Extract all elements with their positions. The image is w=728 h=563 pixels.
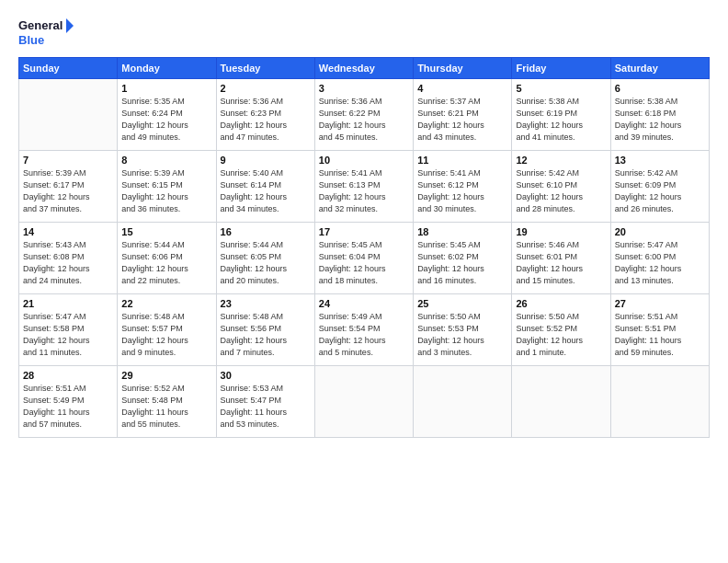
day-info: Sunrise: 5:53 AMSunset: 5:47 PMDaylight:… (221, 383, 311, 431)
day-info: Sunrise: 5:50 AMSunset: 5:52 PMDaylight:… (516, 311, 606, 359)
svg-text:Blue: Blue (18, 33, 44, 47)
day-info: Sunrise: 5:38 AMSunset: 6:19 PMDaylight:… (516, 96, 606, 144)
calendar-cell (314, 366, 413, 438)
day-info: Sunrise: 5:43 AMSunset: 6:08 PMDaylight:… (23, 239, 113, 287)
day-number: 12 (516, 155, 606, 166)
day-info: Sunrise: 5:37 AMSunset: 6:21 PMDaylight:… (417, 96, 507, 144)
calendar-cell: 15Sunrise: 5:44 AMSunset: 6:06 PMDayligh… (118, 223, 216, 294)
calendar-cell (610, 366, 709, 438)
day-number: 13 (615, 155, 705, 166)
day-number: 18 (417, 226, 507, 237)
calendar-week-row: 14Sunrise: 5:43 AMSunset: 6:08 PMDayligh… (19, 223, 710, 294)
weekday-header: Monday (118, 58, 216, 79)
calendar-table: SundayMondayTuesdayWednesdayThursdayFrid… (18, 57, 710, 438)
day-info: Sunrise: 5:51 AMSunset: 5:51 PMDaylight:… (615, 311, 705, 359)
calendar-cell: 1Sunrise: 5:35 AMSunset: 6:24 PMDaylight… (118, 79, 216, 151)
weekday-header: Friday (512, 58, 610, 79)
day-info: Sunrise: 5:49 AMSunset: 5:54 PMDaylight:… (319, 311, 409, 359)
day-info: Sunrise: 5:46 AMSunset: 6:01 PMDaylight:… (516, 239, 606, 287)
calendar-cell: 11Sunrise: 5:41 AMSunset: 6:12 PMDayligh… (414, 151, 512, 223)
day-number: 4 (417, 83, 507, 94)
day-info: Sunrise: 5:35 AMSunset: 6:24 PMDaylight:… (121, 96, 211, 144)
day-number: 24 (319, 298, 409, 309)
day-info: Sunrise: 5:48 AMSunset: 5:57 PMDaylight:… (121, 311, 211, 359)
day-number: 5 (516, 83, 606, 94)
day-number: 15 (121, 226, 211, 237)
calendar-cell: 4Sunrise: 5:37 AMSunset: 6:21 PMDaylight… (414, 79, 512, 151)
calendar-week-row: 28Sunrise: 5:51 AMSunset: 5:49 PMDayligh… (19, 366, 710, 438)
logo: General Blue (18, 17, 74, 50)
calendar-cell: 24Sunrise: 5:49 AMSunset: 5:54 PMDayligh… (314, 294, 413, 366)
day-number: 6 (615, 83, 705, 94)
page: General Blue SundayMondayTuesdayWednesda… (0, 0, 728, 563)
day-info: Sunrise: 5:44 AMSunset: 6:05 PMDaylight:… (221, 239, 311, 287)
day-info: Sunrise: 5:39 AMSunset: 6:17 PMDaylight:… (23, 167, 113, 215)
calendar-week-row: 7Sunrise: 5:39 AMSunset: 6:17 PMDaylight… (19, 151, 710, 223)
calendar-cell: 20Sunrise: 5:47 AMSunset: 6:00 PMDayligh… (610, 223, 709, 294)
svg-text:General: General (18, 18, 63, 32)
day-info: Sunrise: 5:41 AMSunset: 6:13 PMDaylight:… (319, 167, 409, 215)
calendar-cell: 21Sunrise: 5:47 AMSunset: 5:58 PMDayligh… (19, 294, 118, 366)
weekday-header: Saturday (610, 58, 709, 79)
day-number: 1 (121, 83, 211, 94)
calendar-cell: 5Sunrise: 5:38 AMSunset: 6:19 PMDaylight… (512, 79, 610, 151)
day-info: Sunrise: 5:42 AMSunset: 6:10 PMDaylight:… (516, 167, 606, 215)
calendar-week-row: 21Sunrise: 5:47 AMSunset: 5:58 PMDayligh… (19, 294, 710, 366)
day-info: Sunrise: 5:52 AMSunset: 5:48 PMDaylight:… (121, 383, 211, 431)
day-number: 16 (221, 226, 311, 237)
day-number: 19 (516, 226, 606, 237)
calendar-body: 1Sunrise: 5:35 AMSunset: 6:24 PMDaylight… (19, 79, 710, 438)
day-number: 9 (221, 155, 311, 166)
calendar-cell: 25Sunrise: 5:50 AMSunset: 5:53 PMDayligh… (414, 294, 512, 366)
day-number: 10 (319, 155, 409, 166)
weekday-header: Tuesday (216, 58, 314, 79)
calendar-cell: 22Sunrise: 5:48 AMSunset: 5:57 PMDayligh… (118, 294, 216, 366)
day-info: Sunrise: 5:50 AMSunset: 5:53 PMDaylight:… (417, 311, 507, 359)
calendar-cell: 26Sunrise: 5:50 AMSunset: 5:52 PMDayligh… (512, 294, 610, 366)
day-number: 14 (23, 226, 113, 237)
calendar-week-row: 1Sunrise: 5:35 AMSunset: 6:24 PMDaylight… (19, 79, 710, 151)
day-info: Sunrise: 5:41 AMSunset: 6:12 PMDaylight:… (417, 167, 507, 215)
calendar-cell: 29Sunrise: 5:52 AMSunset: 5:48 PMDayligh… (118, 366, 216, 438)
calendar-cell: 7Sunrise: 5:39 AMSunset: 6:17 PMDaylight… (19, 151, 118, 223)
day-info: Sunrise: 5:36 AMSunset: 6:23 PMDaylight:… (221, 96, 311, 144)
calendar-cell: 9Sunrise: 5:40 AMSunset: 6:14 PMDaylight… (216, 151, 314, 223)
calendar-cell: 17Sunrise: 5:45 AMSunset: 6:04 PMDayligh… (314, 223, 413, 294)
calendar-cell: 30Sunrise: 5:53 AMSunset: 5:47 PMDayligh… (216, 366, 314, 438)
calendar-cell: 13Sunrise: 5:42 AMSunset: 6:09 PMDayligh… (610, 151, 709, 223)
day-number: 2 (221, 83, 311, 94)
calendar-cell: 3Sunrise: 5:36 AMSunset: 6:22 PMDaylight… (314, 79, 413, 151)
day-number: 28 (23, 370, 113, 381)
calendar-cell: 18Sunrise: 5:45 AMSunset: 6:02 PMDayligh… (414, 223, 512, 294)
calendar-header: SundayMondayTuesdayWednesdayThursdayFrid… (19, 58, 710, 79)
calendar-cell: 10Sunrise: 5:41 AMSunset: 6:13 PMDayligh… (314, 151, 413, 223)
day-info: Sunrise: 5:40 AMSunset: 6:14 PMDaylight:… (221, 167, 311, 215)
day-info: Sunrise: 5:45 AMSunset: 6:04 PMDaylight:… (319, 239, 409, 287)
day-info: Sunrise: 5:39 AMSunset: 6:15 PMDaylight:… (121, 167, 211, 215)
day-number: 8 (121, 155, 211, 166)
day-number: 29 (121, 370, 211, 381)
day-number: 27 (615, 298, 705, 309)
day-number: 3 (319, 83, 409, 94)
day-number: 7 (23, 155, 113, 166)
calendar-cell: 28Sunrise: 5:51 AMSunset: 5:49 PMDayligh… (19, 366, 118, 438)
day-info: Sunrise: 5:47 AMSunset: 5:58 PMDaylight:… (23, 311, 113, 359)
day-info: Sunrise: 5:42 AMSunset: 6:09 PMDaylight:… (615, 167, 705, 215)
header: General Blue (18, 17, 710, 50)
day-number: 30 (221, 370, 311, 381)
day-number: 11 (417, 155, 507, 166)
calendar-cell (19, 79, 118, 151)
day-number: 21 (23, 298, 113, 309)
calendar-cell: 27Sunrise: 5:51 AMSunset: 5:51 PMDayligh… (610, 294, 709, 366)
day-info: Sunrise: 5:48 AMSunset: 5:56 PMDaylight:… (221, 311, 311, 359)
day-number: 25 (417, 298, 507, 309)
day-info: Sunrise: 5:38 AMSunset: 6:18 PMDaylight:… (615, 96, 705, 144)
day-info: Sunrise: 5:44 AMSunset: 6:06 PMDaylight:… (121, 239, 211, 287)
day-number: 22 (121, 298, 211, 309)
day-number: 23 (221, 298, 311, 309)
weekday-header: Wednesday (314, 58, 413, 79)
weekday-header: Thursday (414, 58, 512, 79)
weekday-header: Sunday (19, 58, 118, 79)
calendar-cell: 14Sunrise: 5:43 AMSunset: 6:08 PMDayligh… (19, 223, 118, 294)
day-info: Sunrise: 5:47 AMSunset: 6:00 PMDaylight:… (615, 239, 705, 287)
